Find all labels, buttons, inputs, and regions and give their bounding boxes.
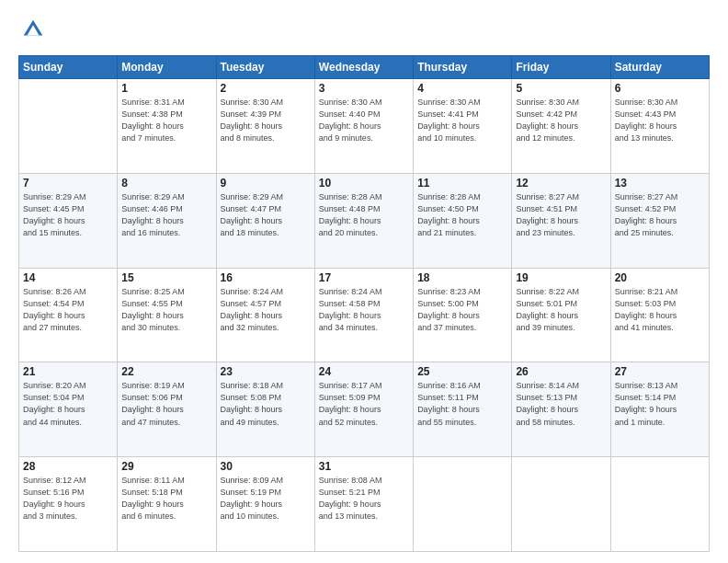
calendar-cell (414, 457, 512, 552)
day-number: 23 (221, 365, 311, 378)
day-number: 29 (121, 460, 211, 473)
weekday-header: Friday (512, 56, 610, 79)
calendar-cell: 25Sunrise: 8:16 AM Sunset: 5:11 PM Dayli… (414, 362, 512, 457)
day-info: Sunrise: 8:13 AM Sunset: 5:14 PM Dayligh… (615, 380, 705, 428)
day-number: 15 (121, 271, 211, 284)
calendar-week-row: 14Sunrise: 8:26 AM Sunset: 4:54 PM Dayli… (19, 268, 710, 362)
weekday-header: Tuesday (216, 56, 314, 79)
calendar-cell: 16Sunrise: 8:24 AM Sunset: 4:57 PM Dayli… (216, 268, 314, 362)
calendar-cell (512, 457, 610, 552)
calendar-cell: 5Sunrise: 8:30 AM Sunset: 4:42 PM Daylig… (512, 79, 610, 174)
day-number: 17 (319, 271, 409, 284)
calendar-cell: 28Sunrise: 8:12 AM Sunset: 5:16 PM Dayli… (19, 457, 118, 552)
calendar-cell: 18Sunrise: 8:23 AM Sunset: 5:00 PM Dayli… (414, 268, 512, 362)
day-info: Sunrise: 8:28 AM Sunset: 4:50 PM Dayligh… (417, 191, 507, 239)
day-number: 27 (615, 365, 705, 378)
day-number: 13 (615, 177, 705, 190)
weekday-header: Monday (118, 56, 216, 79)
calendar-cell (19, 79, 118, 174)
calendar-cell: 12Sunrise: 8:27 AM Sunset: 4:51 PM Dayli… (512, 173, 610, 268)
calendar-cell: 7Sunrise: 8:29 AM Sunset: 4:45 PM Daylig… (19, 173, 118, 268)
calendar-cell (610, 457, 709, 552)
day-info: Sunrise: 8:30 AM Sunset: 4:42 PM Dayligh… (516, 97, 606, 144)
weekday-header: Sunday (19, 56, 118, 79)
day-info: Sunrise: 8:19 AM Sunset: 5:06 PM Dayligh… (121, 380, 211, 428)
calendar-cell: 14Sunrise: 8:26 AM Sunset: 4:54 PM Dayli… (19, 268, 118, 362)
day-number: 30 (221, 460, 311, 473)
day-number: 25 (417, 365, 507, 378)
weekday-header: Saturday (610, 56, 709, 79)
calendar-cell: 24Sunrise: 8:17 AM Sunset: 5:09 PM Dayli… (314, 362, 413, 457)
calendar-cell: 1Sunrise: 8:31 AM Sunset: 4:38 PM Daylig… (118, 79, 216, 174)
day-info: Sunrise: 8:12 AM Sunset: 5:16 PM Dayligh… (23, 475, 113, 523)
day-info: Sunrise: 8:30 AM Sunset: 4:41 PM Dayligh… (417, 97, 507, 144)
calendar-cell: 9Sunrise: 8:29 AM Sunset: 4:47 PM Daylig… (216, 173, 314, 268)
weekday-header: Wednesday (314, 56, 413, 79)
day-info: Sunrise: 8:09 AM Sunset: 5:19 PM Dayligh… (221, 475, 311, 523)
day-info: Sunrise: 8:27 AM Sunset: 4:51 PM Dayligh… (516, 191, 606, 239)
day-number: 22 (121, 365, 211, 378)
logo-icon (20, 17, 46, 42)
calendar-week-row: 1Sunrise: 8:31 AM Sunset: 4:38 PM Daylig… (19, 79, 710, 174)
day-number: 3 (319, 82, 409, 95)
calendar-cell: 10Sunrise: 8:28 AM Sunset: 4:48 PM Dayli… (314, 173, 413, 268)
calendar-cell: 20Sunrise: 8:21 AM Sunset: 5:03 PM Dayli… (610, 268, 709, 362)
day-number: 20 (615, 271, 705, 284)
day-info: Sunrise: 8:29 AM Sunset: 4:45 PM Dayligh… (23, 191, 113, 239)
day-number: 26 (516, 365, 606, 378)
calendar-cell: 13Sunrise: 8:27 AM Sunset: 4:52 PM Dayli… (610, 173, 709, 268)
day-info: Sunrise: 8:17 AM Sunset: 5:09 PM Dayligh… (319, 380, 409, 428)
logo (18, 17, 46, 46)
day-info: Sunrise: 8:16 AM Sunset: 5:11 PM Dayligh… (417, 380, 507, 428)
calendar-cell: 19Sunrise: 8:22 AM Sunset: 5:01 PM Dayli… (512, 268, 610, 362)
calendar-cell: 30Sunrise: 8:09 AM Sunset: 5:19 PM Dayli… (216, 457, 314, 552)
day-info: Sunrise: 8:30 AM Sunset: 4:43 PM Dayligh… (615, 97, 705, 144)
calendar-cell: 27Sunrise: 8:13 AM Sunset: 5:14 PM Dayli… (610, 362, 709, 457)
calendar-cell: 21Sunrise: 8:20 AM Sunset: 5:04 PM Dayli… (19, 362, 118, 457)
day-number: 31 (319, 460, 409, 473)
day-info: Sunrise: 8:26 AM Sunset: 4:54 PM Dayligh… (23, 286, 113, 334)
day-info: Sunrise: 8:27 AM Sunset: 4:52 PM Dayligh… (615, 191, 705, 239)
day-info: Sunrise: 8:24 AM Sunset: 4:58 PM Dayligh… (319, 286, 409, 334)
day-number: 18 (417, 271, 507, 284)
calendar-cell: 31Sunrise: 8:08 AM Sunset: 5:21 PM Dayli… (314, 457, 413, 552)
day-info: Sunrise: 8:14 AM Sunset: 5:13 PM Dayligh… (516, 380, 606, 428)
calendar-cell: 4Sunrise: 8:30 AM Sunset: 4:41 PM Daylig… (414, 79, 512, 174)
day-info: Sunrise: 8:22 AM Sunset: 5:01 PM Dayligh… (516, 286, 606, 334)
day-info: Sunrise: 8:29 AM Sunset: 4:47 PM Dayligh… (221, 191, 311, 239)
day-info: Sunrise: 8:28 AM Sunset: 4:48 PM Dayligh… (319, 191, 409, 239)
day-number: 14 (23, 271, 113, 284)
day-number: 10 (319, 177, 409, 190)
day-info: Sunrise: 8:11 AM Sunset: 5:18 PM Dayligh… (121, 475, 211, 523)
day-number: 28 (23, 460, 113, 473)
weekday-header: Thursday (414, 56, 512, 79)
day-number: 19 (516, 271, 606, 284)
calendar-cell: 23Sunrise: 8:18 AM Sunset: 5:08 PM Dayli… (216, 362, 314, 457)
calendar-cell: 15Sunrise: 8:25 AM Sunset: 4:55 PM Dayli… (118, 268, 216, 362)
calendar-table: SundayMondayTuesdayWednesdayThursdayFrid… (18, 55, 710, 552)
day-number: 24 (319, 365, 409, 378)
day-number: 1 (121, 82, 211, 95)
day-info: Sunrise: 8:18 AM Sunset: 5:08 PM Dayligh… (221, 380, 311, 428)
day-number: 12 (516, 177, 606, 190)
day-info: Sunrise: 8:24 AM Sunset: 4:57 PM Dayligh… (221, 286, 311, 334)
calendar-cell: 6Sunrise: 8:30 AM Sunset: 4:43 PM Daylig… (610, 79, 709, 174)
calendar-cell: 11Sunrise: 8:28 AM Sunset: 4:50 PM Dayli… (414, 173, 512, 268)
day-number: 9 (221, 177, 311, 190)
calendar-cell: 8Sunrise: 8:29 AM Sunset: 4:46 PM Daylig… (118, 173, 216, 268)
day-info: Sunrise: 8:29 AM Sunset: 4:46 PM Dayligh… (121, 191, 211, 239)
calendar-week-row: 28Sunrise: 8:12 AM Sunset: 5:16 PM Dayli… (19, 457, 710, 552)
day-number: 8 (121, 177, 211, 190)
day-info: Sunrise: 8:31 AM Sunset: 4:38 PM Dayligh… (121, 97, 211, 144)
day-info: Sunrise: 8:20 AM Sunset: 5:04 PM Dayligh… (23, 380, 113, 428)
calendar-week-row: 7Sunrise: 8:29 AM Sunset: 4:45 PM Daylig… (19, 173, 710, 268)
day-number: 21 (23, 365, 113, 378)
day-info: Sunrise: 8:30 AM Sunset: 4:40 PM Dayligh… (319, 97, 409, 144)
day-number: 16 (221, 271, 311, 284)
calendar-cell: 2Sunrise: 8:30 AM Sunset: 4:39 PM Daylig… (216, 79, 314, 174)
day-number: 5 (516, 82, 606, 95)
page-header (18, 17, 710, 46)
calendar-cell: 22Sunrise: 8:19 AM Sunset: 5:06 PM Dayli… (118, 362, 216, 457)
day-info: Sunrise: 8:25 AM Sunset: 4:55 PM Dayligh… (121, 286, 211, 334)
calendar-cell: 26Sunrise: 8:14 AM Sunset: 5:13 PM Dayli… (512, 362, 610, 457)
